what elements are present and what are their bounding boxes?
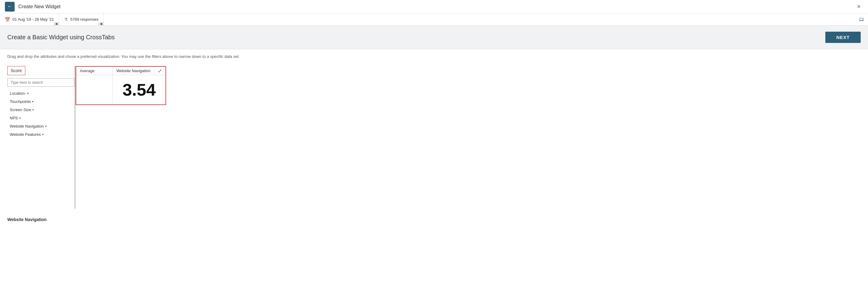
search-input[interactable] bbox=[7, 78, 74, 87]
attribute-website-features-label: Website Features bbox=[10, 132, 41, 137]
attribute-website-navigation[interactable]: Website Navigation ▾ bbox=[7, 123, 74, 130]
date-range: 01 Aug '19 - 28 May '21 bbox=[12, 17, 54, 22]
next-button[interactable]: NEXT bbox=[825, 32, 861, 43]
widget-big-number: 3.54 bbox=[123, 81, 156, 98]
attribute-location-label: Location- bbox=[10, 91, 26, 96]
responses-count: 5769 responses bbox=[70, 17, 99, 22]
dropdown-arrow: ▾ bbox=[42, 133, 43, 136]
close-button[interactable]: × bbox=[855, 2, 863, 11]
attribute-location[interactable]: Location- ▾ bbox=[7, 90, 74, 97]
attribute-website-features[interactable]: Website Features ▾ bbox=[7, 131, 74, 138]
attribute-screen-size[interactable]: Screen Size ▾ bbox=[7, 106, 74, 113]
responses-collapse-handle[interactable]: ◀ bbox=[98, 22, 103, 25]
instructions-text: Drag and drop the attributes and chose a… bbox=[0, 49, 868, 61]
widget-row-label bbox=[76, 75, 113, 104]
widget-area: Average Website Navigation ⤢ 3.54 bbox=[75, 66, 166, 105]
expand-icon: ⤢ bbox=[158, 68, 162, 74]
header-average-label: Average bbox=[80, 69, 94, 73]
filter-icon: ⚗ bbox=[64, 17, 68, 22]
attribute-touchpoints-label: Touchpoints bbox=[10, 99, 31, 104]
widget-header-average: Average bbox=[76, 67, 113, 75]
attribute-nps[interactable]: NPS ▾ bbox=[7, 114, 74, 121]
main-content: Score Location- ▾ Touchpoints ▾ Screen S… bbox=[0, 61, 868, 213]
calendar-icon: 📅 bbox=[5, 17, 10, 22]
back-button[interactable]: ← bbox=[5, 2, 14, 11]
window-title: Create New Widget bbox=[18, 4, 61, 9]
score-label: Score bbox=[7, 66, 25, 75]
attribute-website-navigation-label: Website Navigation bbox=[10, 124, 44, 129]
widget-data-row: 3.54 bbox=[76, 75, 165, 104]
title-bar-left: ← Create New Widget bbox=[5, 2, 61, 11]
dropdown-arrow: ▾ bbox=[32, 100, 33, 103]
dropdown-arrow: ▾ bbox=[32, 108, 34, 111]
filter-bar: 📅 01 Aug '19 - 28 May '21 ◀ ⚗ 5769 respo… bbox=[0, 13, 868, 26]
filter-bar-spacer bbox=[104, 13, 855, 25]
attribute-list: Location- ▾ Touchpoints ▾ Screen Size ▾ … bbox=[7, 88, 74, 139]
dropdown-arrow: ▾ bbox=[27, 92, 29, 95]
attribute-touchpoints[interactable]: Touchpoints ▾ bbox=[7, 98, 74, 105]
dropdown-arrow: ▾ bbox=[19, 116, 21, 120]
date-filter[interactable]: 📅 01 Aug '19 - 28 May '21 ◀ bbox=[0, 13, 59, 25]
header-section: Create a Basic Widget using CrossTabs NE… bbox=[0, 26, 868, 49]
date-collapse-handle[interactable]: ◀ bbox=[54, 22, 59, 25]
page-title: Create a Basic Widget using CrossTabs bbox=[7, 34, 115, 41]
dropdown-arrow: ▾ bbox=[45, 124, 46, 128]
widget-value-cell: 3.54 bbox=[113, 75, 165, 104]
stack-icon: 🗂 bbox=[859, 16, 864, 23]
widget-expand-button[interactable]: ⤢ bbox=[155, 67, 165, 75]
filter-bar-end: 🗂 bbox=[855, 13, 868, 25]
left-panel: Score Location- ▾ Touchpoints ▾ Screen S… bbox=[7, 66, 74, 209]
right-panel: Average Website Navigation ⤢ 3.54 bbox=[75, 66, 861, 209]
header-nav-label: Website Navigation bbox=[117, 69, 151, 73]
bottom-label: Website Navigation bbox=[0, 213, 868, 226]
attribute-screen-size-label: Screen Size bbox=[10, 107, 31, 112]
responses-filter[interactable]: ⚗ 5769 responses ◀ bbox=[59, 13, 104, 25]
widget-header-row: Average Website Navigation ⤢ bbox=[76, 67, 165, 75]
title-bar: ← Create New Widget × bbox=[0, 0, 868, 13]
attribute-nps-label: NPS bbox=[10, 116, 18, 120]
widget-header-nav: Website Navigation bbox=[113, 67, 155, 75]
